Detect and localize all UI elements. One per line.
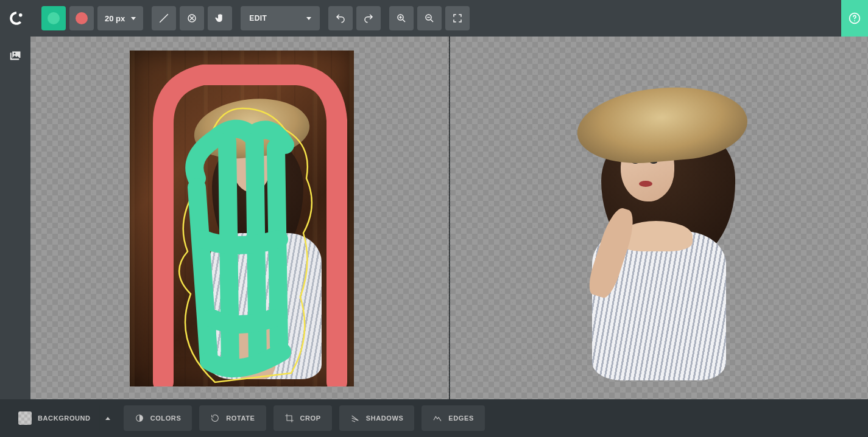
- help-button[interactable]: [841, 0, 868, 37]
- zoom-in-button[interactable]: [389, 6, 414, 30]
- source-figure: [175, 99, 316, 379]
- zoom-group: [389, 6, 470, 30]
- marker-color-group: 20 px: [41, 6, 143, 30]
- svg-point-8: [14, 53, 16, 55]
- top-toolbar: 20 px EDIT: [0, 0, 868, 37]
- undo-button[interactable]: [328, 6, 353, 30]
- tool-group: [152, 6, 232, 30]
- edit-dropdown[interactable]: EDIT: [241, 6, 320, 30]
- chevron-down-icon: [306, 17, 311, 20]
- remove-color-dot: [76, 12, 88, 24]
- svg-point-5: [854, 20, 855, 21]
- edit-label: EDIT: [249, 14, 267, 23]
- source-image: [130, 51, 354, 386]
- rotate-label: ROTATE: [226, 414, 255, 422]
- svg-point-0: [19, 13, 23, 17]
- background-button[interactable]: BACKGROUND: [11, 411, 99, 425]
- chevron-down-icon: [131, 17, 136, 20]
- redo-button[interactable]: [356, 6, 381, 30]
- edges-label: EDGES: [448, 414, 474, 422]
- workspace: [0, 37, 868, 399]
- source-pane[interactable]: [30, 37, 449, 399]
- edges-icon: [432, 413, 442, 423]
- crop-button[interactable]: CROP: [273, 405, 332, 431]
- brush-size-dropdown[interactable]: 20 px: [97, 6, 143, 30]
- bottom-toolbar: BACKGROUND COLORS ROTATE CROP SHADOWS ED…: [0, 399, 868, 437]
- left-rail: [0, 37, 30, 399]
- transparent-swatch-icon: [18, 411, 32, 425]
- crop-icon: [284, 413, 294, 423]
- fullscreen-button[interactable]: [445, 6, 470, 30]
- app-logo[interactable]: [0, 0, 33, 37]
- shadows-label: SHADOWS: [366, 414, 404, 422]
- background-label: BACKGROUND: [38, 414, 91, 422]
- result-image: [577, 88, 766, 380]
- keep-color-dot: [48, 12, 60, 24]
- canvas-area: [30, 37, 868, 399]
- remove-marker-button[interactable]: [69, 6, 94, 30]
- clear-tool-button[interactable]: [180, 6, 204, 30]
- rotate-button[interactable]: ROTATE: [199, 405, 266, 431]
- colors-button[interactable]: COLORS: [124, 405, 192, 431]
- colors-label: COLORS: [150, 414, 182, 422]
- images-rail-button[interactable]: [5, 46, 25, 66]
- history-group: [328, 6, 381, 30]
- pan-tool-button[interactable]: [208, 6, 232, 30]
- contrast-icon: [135, 413, 144, 423]
- keep-marker-button[interactable]: [41, 6, 66, 30]
- shadows-icon: [350, 413, 360, 423]
- shadows-button[interactable]: SHADOWS: [339, 405, 415, 431]
- edges-button[interactable]: EDGES: [422, 405, 485, 431]
- chevron-up-icon: [105, 417, 110, 420]
- eraser-tool-button[interactable]: [152, 6, 176, 30]
- edit-group: EDIT: [241, 6, 320, 30]
- brush-size-label: 20 px: [105, 14, 125, 23]
- zoom-out-button[interactable]: [417, 6, 442, 30]
- rotate-icon: [210, 413, 220, 423]
- background-more-button[interactable]: [99, 405, 116, 431]
- crop-label: CROP: [300, 414, 321, 422]
- background-control: BACKGROUND: [11, 405, 116, 431]
- result-pane[interactable]: [450, 37, 869, 399]
